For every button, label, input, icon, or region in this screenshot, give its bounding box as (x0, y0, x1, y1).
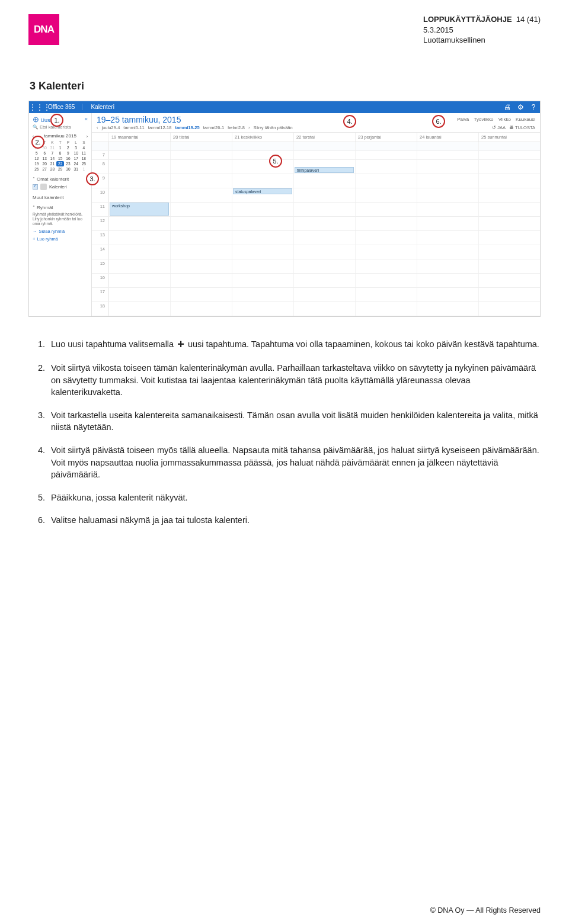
week-link[interactable]: joulu29-4 (102, 125, 120, 130)
print-icon[interactable]: 🖨 (501, 103, 514, 111)
week-link[interactable]: tammi12-18 (148, 125, 172, 130)
collapse-icon[interactable]: « (85, 116, 88, 122)
plus-icon: ⊕ (33, 115, 39, 124)
mini-cal-next-icon[interactable]: › (86, 134, 88, 139)
callout-5: 5. (269, 155, 282, 168)
week-link[interactable]: tammi26-1 (203, 125, 224, 130)
calendar-item[interactable]: Kalenteri (33, 184, 88, 190)
view-month[interactable]: Kuukausi (516, 117, 535, 122)
hour-row[interactable]: 8tiimipalaveri (92, 160, 540, 174)
hour-row[interactable]: 16 (92, 274, 540, 288)
hour-row[interactable]: 9 (92, 174, 540, 188)
hour-row[interactable]: 10statuspalaveri (92, 188, 540, 203)
footer-copyright: © DNA Oy — All Rights Reserved (430, 906, 541, 915)
date-range-title: 19–25 tammikuu, 2015 (97, 115, 181, 124)
event-tiimipalaveri[interactable]: tiimipalaveri (295, 167, 354, 173)
day-header[interactable]: 22 torstai (293, 133, 355, 142)
search-icon: 🔍 (33, 124, 38, 130)
browse-groups-link[interactable]: →Selaa ryhmiä (33, 229, 88, 234)
create-group-link[interactable]: +Luo ryhmä (33, 236, 88, 242)
instruction-item: Voit tarkastella useita kalentereita sam… (47, 409, 541, 434)
plus-icon: + (177, 336, 184, 352)
day-header[interactable]: 19 maanantai (108, 133, 170, 142)
view-day[interactable]: Päivä (457, 117, 469, 122)
event-statuspalaveri[interactable]: statuspalaveri (233, 188, 292, 194)
new-event-label: Uusi (41, 117, 52, 123)
page-header: DNA LOPPUKÄYTTÄJÄOHJE 14 (41) 5.3.2015 L… (28, 14, 541, 46)
day-header[interactable]: 20 tiistai (170, 133, 232, 142)
page-number: 14 (41) (516, 15, 541, 24)
calendar-grid[interactable]: 7 8tiimipalaveri 9 10statuspalaveri 11wo… (92, 142, 540, 316)
view-switcher: Päivä Työviikko Viikko Kuukausi (453, 117, 535, 122)
mini-cal-title: tammikuu 2015 (44, 133, 76, 139)
doc-classification: Luottamuksellinen (423, 35, 541, 46)
plus-icon: + (33, 236, 35, 242)
avatar (40, 184, 47, 190)
week-link[interactable]: tammi5-11 (123, 125, 144, 130)
calendar-main: 19–25 tammikuu, 2015 Päivä Työviikko Vii… (92, 113, 540, 316)
callout-1: 1. (50, 114, 63, 127)
hour-row[interactable]: 14 (92, 245, 540, 259)
hour-row[interactable]: 15 (92, 259, 540, 274)
hour-row[interactable]: 18 (92, 302, 540, 316)
calendar-item-label: Kalenteri (49, 184, 67, 190)
groups-header[interactable]: ˄Ryhmät (33, 205, 88, 210)
day-header[interactable]: 24 lauantai (417, 133, 478, 142)
week-nav: ‹ joulu29-4 tammi5-11 tammi12-18 tammi19… (92, 124, 540, 133)
allday-row[interactable] (92, 142, 540, 151)
day-header[interactable]: 21 keskiviikko (232, 133, 293, 142)
hour-row[interactable]: 13 (92, 231, 540, 245)
instruction-item: Luo uusi tapahtuma valitsemalla + uusi t… (47, 335, 541, 351)
day-header[interactable]: 25 sunnuntai (478, 133, 540, 142)
day-headers: 19 maanantai 20 tiistai 21 keskiviikko 2… (92, 133, 540, 142)
screenshot-body: ⊕ Uusi « 🔍 Etsi kalenterista ‹ tammikuu … (29, 113, 540, 316)
callout-4: 4. (343, 115, 356, 128)
chevron-icon: ˄ (33, 177, 35, 182)
other-calendars-header[interactable]: Muut kalenterit (33, 195, 88, 200)
share-button[interactable]: ↺ JAA (492, 125, 506, 130)
instruction-item: Valitse haluamasi näkymä ja jaa tai tulo… (47, 514, 541, 527)
product-name[interactable]: Office 365 (41, 104, 82, 110)
instruction-item: Pääikkuna, jossa kalenterit näkyvät. (47, 492, 541, 504)
hour-row[interactable]: 11workshop (92, 203, 540, 217)
instruction-list: Luo uusi tapahtuma valitsemalla + uusi t… (28, 335, 541, 527)
doc-meta: LOPPUKÄYTTÄJÄOHJE 14 (41) 5.3.2015 Luott… (423, 14, 541, 46)
chevron-icon: ˄ (33, 205, 35, 210)
logo-text: DNA (34, 24, 54, 36)
week-next-icon[interactable]: › (248, 125, 250, 130)
gear-icon[interactable]: ⚙ (514, 103, 527, 111)
checkbox-icon[interactable] (33, 184, 38, 190)
doc-title: LOPPUKÄYTTÄJÄOHJE (423, 15, 512, 24)
hour-row[interactable]: 7 (92, 151, 540, 160)
day-header[interactable]: 23 perjantai (355, 133, 417, 142)
hour-row[interactable]: 17 (92, 288, 540, 302)
dna-logo: DNA (28, 14, 59, 45)
groups-helptext: Ryhmät yhdistävät henkilöitä. Liity joho… (33, 212, 88, 226)
print-button[interactable]: 🖶 TULOSTA (509, 125, 535, 130)
week-link[interactable]: helmi2-8 (228, 125, 245, 130)
event-workshop[interactable]: workshop (110, 203, 169, 216)
waffle-icon[interactable]: ⋮⋮⋮ (29, 103, 41, 111)
breadcrumb[interactable]: Kalenteri (82, 104, 122, 110)
help-icon[interactable]: ? (527, 103, 540, 111)
view-workweek[interactable]: Työviikko (474, 117, 494, 122)
week-prev-icon[interactable]: ‹ (97, 125, 98, 130)
calendar-screenshot: ⋮⋮⋮ Office 365 Kalenteri 🖨 ⚙ ? ⊕ Uusi « … (28, 101, 541, 317)
instruction-item: Voit siirtyä päivästä toiseen myös tällä… (47, 444, 541, 481)
own-calendars-header[interactable]: ˄Omat kalenterit (33, 177, 88, 182)
arrow-icon: → (33, 229, 37, 234)
callout-6: 6. (432, 115, 445, 128)
topbar: ⋮⋮⋮ Office 365 Kalenteri 🖨 ⚙ ? (29, 101, 540, 113)
doc-date: 5.3.2015 (423, 25, 541, 36)
week-link-current[interactable]: tammi19-25 (175, 125, 199, 130)
section-heading: 3 Kalenteri (30, 80, 541, 92)
callout-2: 2. (31, 136, 44, 149)
callout-3: 3. (86, 172, 99, 185)
hour-row[interactable]: 12 (92, 217, 540, 231)
view-week[interactable]: Viikko (498, 117, 511, 122)
go-today-link[interactable]: Siirry tähän päivään (253, 125, 292, 130)
instruction-item: Voit siirtyä viikosta toiseen tämän kale… (47, 362, 541, 399)
